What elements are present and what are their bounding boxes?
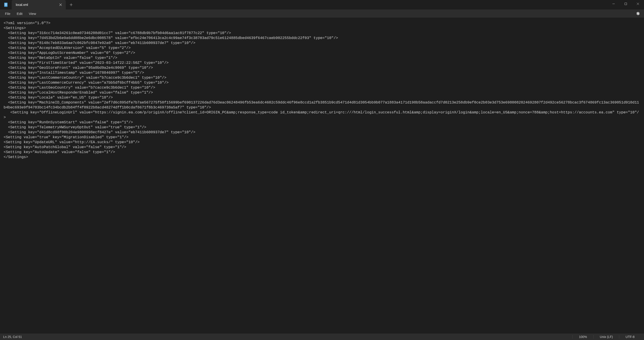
editor-area[interactable]: <?xml version="1.0"?> <Settings> <Settin… (0, 18, 644, 333)
svg-rect-4 (625, 3, 627, 5)
menu-edit[interactable]: Edit (14, 10, 26, 17)
window: local.xml File Edit View (0, 0, 644, 340)
gear-icon (636, 12, 640, 16)
menubar: File Edit View (0, 10, 644, 18)
menu-file[interactable]: File (2, 10, 14, 17)
close-button[interactable] (632, 0, 644, 8)
svg-rect-2 (5, 4, 7, 5)
status-eol[interactable]: Unix (LF) (593, 335, 619, 339)
tab-active[interactable]: local.xml (12, 0, 66, 10)
maximize-button[interactable] (620, 0, 632, 8)
settings-button[interactable] (634, 10, 641, 17)
svg-rect-0 (4, 3, 8, 7)
svg-rect-3 (5, 5, 7, 6)
svg-rect-1 (5, 4, 7, 4)
tab-close-button[interactable] (58, 3, 62, 7)
status-zoom[interactable]: 100% (572, 335, 593, 339)
minimize-button[interactable] (608, 0, 620, 8)
status-encoding[interactable]: UTF-8 (619, 335, 641, 339)
tab-title: local.xml (16, 3, 28, 7)
menu-view[interactable]: View (26, 10, 39, 17)
status-cursor-position[interactable]: Ln 25, Col 51 (3, 335, 572, 339)
editor-content[interactable]: <?xml version="1.0"?> <Settings> <Settin… (4, 21, 640, 160)
new-tab-button[interactable] (67, 1, 75, 9)
titlebar: local.xml (0, 0, 644, 10)
app-icon (2, 1, 10, 8)
window-controls (608, 0, 644, 10)
statusbar: Ln 25, Col 51 100% Unix (LF) UTF-8 (0, 333, 644, 340)
